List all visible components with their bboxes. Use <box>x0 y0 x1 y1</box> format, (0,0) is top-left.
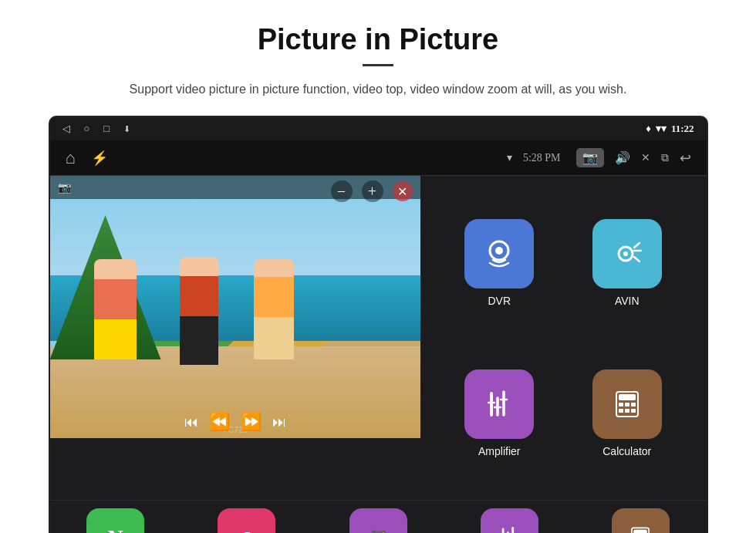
list-item[interactable]: Amplifier <box>440 342 560 484</box>
car-toolbar-left: ⌂ ⚡ <box>66 148 108 168</box>
device-frame: ◁ ○ □ ⬇ ♦ ▾▾ 11:22 ⌂ ⚡ ▾ 5:28 PM 📷 🔊 <box>49 116 708 533</box>
amplifier-label: Amplifier <box>478 445 520 457</box>
dvr-icon-box <box>464 219 534 288</box>
status-bar-indicators: ♦ ▾▾ 11:22 <box>646 123 694 135</box>
calculator-bottom-icon <box>612 508 670 533</box>
calculator-icon-box <box>592 369 662 439</box>
wifi-icon: ▾▾ <box>656 123 667 135</box>
svg-rect-17 <box>625 409 629 413</box>
amplifier-bottom-icon-svg <box>494 523 524 534</box>
pip-resize-controls: − + ✕ <box>331 180 413 202</box>
svg-point-1 <box>495 247 503 255</box>
home-icon[interactable]: ⌂ <box>66 148 76 168</box>
list-item[interactable]: Calculator <box>575 508 706 533</box>
title-divider <box>363 64 393 66</box>
list-item[interactable]: DVR <box>440 191 560 334</box>
svg-point-3 <box>623 251 628 256</box>
recent-nav-icon[interactable]: □ <box>103 123 110 135</box>
car-time: 5:28 PM <box>523 152 561 164</box>
car-toolbar: ⌂ ⚡ ▾ 5:28 PM 📷 🔊 ✕ ⧉ ↩ <box>50 140 707 176</box>
prev-track-button[interactable]: ⏮ <box>184 414 198 430</box>
list-item[interactable]: Amplifier <box>444 508 575 533</box>
page-title: Picture in Picture <box>46 23 710 56</box>
pip-enlarge-button[interactable]: + <box>362 180 383 202</box>
svg-rect-16 <box>619 409 623 413</box>
calculator-label: Calculator <box>602 445 651 457</box>
forward-button[interactable]: ⏩ <box>241 412 262 432</box>
list-item[interactable]: Calculator <box>567 342 687 484</box>
main-content: N S 🎮 <box>50 176 707 500</box>
video-frame: YC729 <box>50 176 420 438</box>
svg-rect-26 <box>634 529 647 533</box>
calculator-icon <box>609 386 646 423</box>
amplifier-bottom-icon <box>481 508 538 533</box>
netflix-bottom-icon: N <box>86 508 144 533</box>
car-toolbar-right: ▾ 5:28 PM 📷 🔊 ✕ ⧉ ↩ <box>507 148 691 167</box>
amplifier-icon <box>481 386 518 423</box>
camera-button[interactable]: 📷 <box>576 148 604 167</box>
pip-transport-controls: ⏮ ⏪ ⏩ ⏭ <box>184 412 286 432</box>
dvr-label: DVR <box>488 295 511 307</box>
svg-rect-15 <box>631 403 636 406</box>
back-icon[interactable]: ↩ <box>680 150 691 167</box>
svg-rect-12 <box>619 394 636 400</box>
download-icon: ⬇ <box>123 124 130 134</box>
list-item[interactable]: AVIN <box>567 191 687 334</box>
svg-rect-18 <box>631 409 636 413</box>
page-subtitle: Support video picture in picture functio… <box>46 80 710 99</box>
wifi-signal-icon: ▾ <box>507 151 512 164</box>
avin-icon-box <box>592 219 662 288</box>
avin-icon <box>609 235 646 272</box>
bottom-app-row: N Netflix S SiriusXM 🎮 Wheelkey Study <box>50 500 707 533</box>
status-time: 11:22 <box>671 123 694 135</box>
app-grid-right: DVR AVIN <box>420 176 707 500</box>
home-nav-icon[interactable]: ○ <box>84 123 90 135</box>
gps-icon: ♦ <box>646 123 651 135</box>
siriusxm-bottom-icon: S <box>218 508 275 533</box>
amplifier-icon-box <box>464 369 534 439</box>
dvr-icon <box>481 235 518 272</box>
svg-rect-14 <box>625 403 629 406</box>
list-item[interactable]: S SiriusXM <box>181 508 312 533</box>
pip-video-container[interactable]: YC729 📷 − + ✕ ⏮ ⏪ <box>50 176 420 438</box>
pip-shrink-button[interactable]: − <box>331 180 353 202</box>
avin-label: AVIN <box>615 295 640 307</box>
usb-icon: ⚡ <box>91 150 108 167</box>
next-track-button[interactable]: ⏭ <box>272 414 286 430</box>
pip-mode-icon[interactable]: ⧉ <box>661 152 669 164</box>
status-bar: ◁ ○ □ ⬇ ♦ ▾▾ 11:22 <box>50 117 707 140</box>
volume-icon[interactable]: 🔊 <box>615 150 630 165</box>
list-item[interactable]: N Netflix <box>50 508 181 533</box>
wheelkey-bottom-icon: 🎮 <box>349 508 407 533</box>
calculator-bottom-icon-svg <box>626 523 655 534</box>
list-item[interactable]: 🎮 Wheelkey Study <box>312 508 444 533</box>
rewind-button[interactable]: ⏪ <box>209 412 230 432</box>
pip-camera-icon: 📷 <box>58 181 71 194</box>
video-area: N S 🎮 <box>50 176 420 500</box>
svg-rect-13 <box>619 403 623 406</box>
back-nav-icon[interactable]: ◁ <box>62 123 70 135</box>
status-bar-nav: ◁ ○ □ ⬇ <box>62 123 131 135</box>
pip-close-button[interactable]: ✕ <box>393 181 413 201</box>
close-pip-icon[interactable]: ✕ <box>641 151 650 164</box>
